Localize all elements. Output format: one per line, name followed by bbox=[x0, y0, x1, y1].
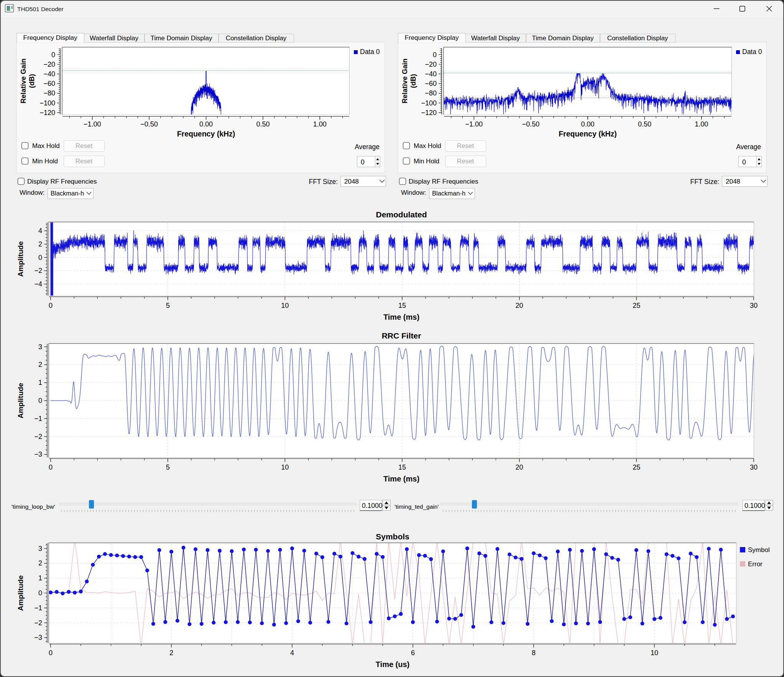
svg-text:Constellation Display: Constellation Display bbox=[226, 35, 287, 42]
svg-text:Relative Gain: Relative Gain bbox=[401, 59, 409, 104]
svg-text:Frequency (kHz): Frequency (kHz) bbox=[177, 130, 235, 138]
svg-text:2048: 2048 bbox=[344, 178, 359, 185]
svg-text:−4: −4 bbox=[34, 280, 42, 288]
svg-text:6: 6 bbox=[411, 649, 415, 657]
svg-text:Time Domain Display: Time Domain Display bbox=[532, 35, 594, 42]
svg-text:4: 4 bbox=[38, 227, 42, 235]
svg-text:Symbol: Symbol bbox=[748, 546, 770, 554]
svg-text:−2: −2 bbox=[34, 267, 42, 274]
svg-text:2: 2 bbox=[38, 361, 42, 368]
svg-text:Reset: Reset bbox=[457, 142, 474, 150]
svg-text:15: 15 bbox=[398, 302, 406, 309]
svg-text:−40: −40 bbox=[43, 70, 55, 78]
svg-text:−80: −80 bbox=[43, 89, 55, 97]
svg-text:Reset: Reset bbox=[457, 158, 474, 165]
svg-text:30: 30 bbox=[750, 302, 758, 309]
svg-text:Window:: Window: bbox=[20, 189, 44, 196]
svg-text:Frequency (kHz): Frequency (kHz) bbox=[559, 130, 617, 138]
svg-text:5: 5 bbox=[166, 302, 170, 309]
svg-text:FFT Size:: FFT Size: bbox=[690, 178, 719, 186]
svg-text:−120: −120 bbox=[421, 109, 437, 117]
svg-text:Time Domain Display: Time Domain Display bbox=[151, 35, 212, 42]
svg-text:3: 3 bbox=[38, 545, 42, 552]
svg-text:−0.50: −0.50 bbox=[140, 120, 158, 128]
svg-text:2: 2 bbox=[169, 649, 173, 657]
svg-text:20: 20 bbox=[516, 302, 523, 309]
svg-text:Demodulated: Demodulated bbox=[376, 210, 427, 219]
svg-text:8: 8 bbox=[532, 649, 536, 657]
svg-text:(dB): (dB) bbox=[409, 74, 417, 88]
svg-text:−1.00: −1.00 bbox=[465, 120, 483, 128]
svg-text:Reset: Reset bbox=[76, 142, 93, 150]
svg-text:2048: 2048 bbox=[726, 178, 740, 185]
svg-text:−1: −1 bbox=[34, 604, 42, 612]
svg-text:Min Hold: Min Hold bbox=[414, 158, 439, 165]
svg-text:Relative Gain: Relative Gain bbox=[19, 59, 27, 104]
svg-text:Window:: Window: bbox=[401, 189, 426, 196]
svg-text:0.1000: 0.1000 bbox=[362, 502, 383, 509]
svg-text:25: 25 bbox=[633, 302, 640, 309]
svg-text:Error: Error bbox=[748, 560, 763, 568]
svg-text:0: 0 bbox=[51, 51, 55, 59]
svg-text:0: 0 bbox=[49, 302, 53, 309]
svg-text:Amplitude: Amplitude bbox=[16, 575, 25, 611]
svg-text:Blackman-h: Blackman-h bbox=[432, 190, 465, 197]
svg-text:−60: −60 bbox=[43, 80, 55, 87]
svg-text:Amplitude: Amplitude bbox=[16, 383, 25, 419]
svg-text:10: 10 bbox=[281, 302, 289, 309]
svg-text:−1.00: −1.00 bbox=[84, 120, 101, 128]
svg-text:10: 10 bbox=[651, 649, 658, 657]
svg-text:0: 0 bbox=[38, 254, 42, 261]
svg-text:5: 5 bbox=[166, 463, 170, 471]
svg-text:0: 0 bbox=[49, 463, 53, 471]
svg-text:Time (ms): Time (ms) bbox=[383, 313, 419, 321]
svg-text:1.00: 1.00 bbox=[313, 120, 327, 128]
svg-text:0: 0 bbox=[49, 649, 53, 657]
svg-text:1: 1 bbox=[38, 379, 42, 386]
svg-text:Time (ms): Time (ms) bbox=[383, 475, 419, 483]
svg-text:−40: −40 bbox=[425, 70, 437, 78]
svg-text:−100: −100 bbox=[39, 99, 55, 107]
svg-text:Data 0: Data 0 bbox=[360, 48, 380, 56]
svg-text:Min Hold: Min Hold bbox=[32, 158, 58, 165]
svg-text:−80: −80 bbox=[425, 89, 437, 97]
svg-text:−3: −3 bbox=[34, 634, 42, 641]
svg-text:0.00: 0.00 bbox=[199, 120, 213, 128]
svg-text:4: 4 bbox=[290, 649, 294, 657]
svg-text:Data 0: Data 0 bbox=[742, 48, 762, 56]
svg-text:Reset: Reset bbox=[76, 158, 93, 165]
svg-text:'timing_ted_gain': 'timing_ted_gain' bbox=[394, 503, 439, 510]
svg-text:−100: −100 bbox=[421, 99, 437, 107]
svg-text:1: 1 bbox=[38, 574, 42, 582]
svg-text:Waterfall Display: Waterfall Display bbox=[90, 35, 138, 42]
svg-text:Symbols: Symbols bbox=[376, 532, 409, 541]
svg-text:0.50: 0.50 bbox=[256, 120, 270, 128]
svg-text:Average: Average bbox=[736, 143, 761, 151]
svg-text:0.50: 0.50 bbox=[638, 120, 651, 128]
svg-text:RRC Filter: RRC Filter bbox=[382, 331, 421, 340]
svg-text:10: 10 bbox=[281, 463, 289, 471]
svg-text:0: 0 bbox=[38, 589, 42, 597]
svg-text:0: 0 bbox=[38, 397, 42, 404]
svg-text:30: 30 bbox=[750, 463, 758, 471]
svg-text:−0.50: −0.50 bbox=[522, 120, 540, 128]
svg-text:THD501 Decoder: THD501 Decoder bbox=[17, 6, 64, 12]
svg-text:Time (us): Time (us) bbox=[376, 660, 410, 669]
svg-text:Amplitude: Amplitude bbox=[16, 241, 25, 277]
svg-text:−20: −20 bbox=[43, 61, 55, 68]
svg-text:2: 2 bbox=[38, 559, 42, 567]
svg-text:−120: −120 bbox=[39, 109, 55, 117]
svg-text:Display RF Frequencies: Display RF Frequencies bbox=[409, 178, 478, 185]
svg-text:0.1000: 0.1000 bbox=[745, 502, 765, 509]
svg-text:FFT Size:: FFT Size: bbox=[309, 178, 338, 186]
svg-text:Display RF Frequencies: Display RF Frequencies bbox=[27, 178, 97, 185]
svg-text:3: 3 bbox=[38, 343, 42, 351]
svg-text:'timing_loop_bw': 'timing_loop_bw' bbox=[12, 503, 55, 510]
svg-text:Constellation Display: Constellation Display bbox=[607, 35, 668, 42]
svg-text:−3: −3 bbox=[34, 450, 42, 458]
svg-text:Average: Average bbox=[355, 143, 380, 151]
svg-text:−1: −1 bbox=[34, 415, 42, 422]
svg-text:15: 15 bbox=[398, 463, 406, 471]
svg-text:0: 0 bbox=[742, 158, 746, 166]
svg-text:−20: −20 bbox=[425, 61, 437, 68]
